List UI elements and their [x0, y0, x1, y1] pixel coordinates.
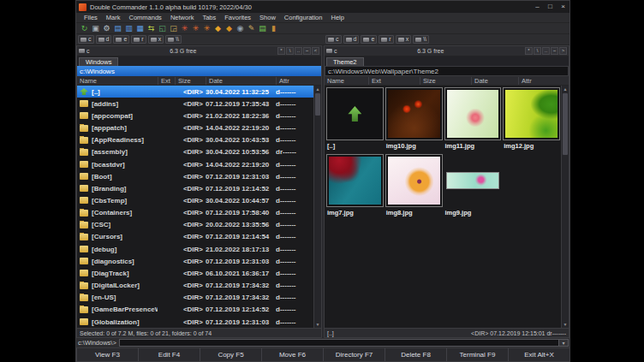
function-key-button[interactable]: Directory F7 — [323, 348, 385, 361]
pane-header-button[interactable]: .. — [542, 47, 550, 55]
toolbar-icon[interactable]: ✳ — [201, 23, 212, 33]
table-row[interactable]: [assembly] <DIR> 30.04.2022 10:53:56 dr-… — [77, 146, 313, 158]
thumbnail-item[interactable]: [..] — [326, 87, 384, 152]
maximize-button[interactable]: □ — [544, 2, 557, 12]
tab-windows[interactable]: Windows — [79, 57, 118, 66]
column-header-ext[interactable]: Ext — [368, 77, 420, 85]
column-header-size[interactable]: Size — [175, 77, 206, 85]
drive-button[interactable]: c — [78, 35, 94, 44]
toolbar-icon[interactable]: ✳ — [179, 23, 190, 33]
minimize-button[interactable]: – — [531, 2, 544, 12]
table-row[interactable]: [Boot] <DIR> 07.12.2019 12:31:03 d------… — [77, 170, 313, 182]
thumbnail-item[interactable]: img12.jpg — [503, 87, 560, 152]
thumbnail-item[interactable]: img10.jpg — [385, 87, 443, 152]
drive-button[interactable]: d — [96, 35, 112, 44]
thumbnail-cell[interactable] — [326, 154, 384, 207]
table-row[interactable]: [debug] <DIR> 21.02.2022 18:17:13 d-----… — [77, 243, 313, 255]
toolbar-icon[interactable]: ◉ — [235, 23, 246, 33]
pane-header-button[interactable]: < — [312, 47, 319, 55]
thumbnail-cell[interactable] — [503, 87, 560, 140]
table-row[interactable]: [Globalization] <DIR> 07.12.2019 12:31:0… — [77, 316, 313, 328]
toolbar-icon[interactable]: ◆ — [224, 23, 235, 33]
toolbar-icon[interactable]: ⚙ — [101, 23, 112, 33]
toolbar-icon[interactable]: ◆ — [212, 23, 224, 33]
table-row[interactable]: [AppReadiness] <DIR> 30.04.2022 10:43:53… — [77, 134, 313, 146]
table-row[interactable]: [apppatch] <DIR> 14.04.2022 22:19:20 d--… — [77, 122, 313, 134]
drive-button[interactable]: x — [148, 35, 164, 44]
left-path-bar[interactable]: c:\Windows — [77, 66, 321, 76]
toolbar-icon[interactable]: ✳ — [190, 23, 201, 33]
table-row[interactable]: [addins] <DIR> 07.12.2019 17:35:43 d----… — [77, 98, 313, 110]
scrollbar-thumb[interactable] — [563, 93, 568, 155]
table-row[interactable]: [appcompat] <DIR> 21.02.2022 18:22:36 d-… — [77, 110, 313, 122]
toolbar-icon[interactable]: ▣ — [90, 23, 101, 33]
pane-header-button[interactable]: \ — [286, 47, 294, 55]
toolbar-icon[interactable]: ▤ — [257, 23, 268, 33]
toolbar-icon[interactable]: ✎ — [246, 23, 257, 33]
thumbnail-item[interactable]: img11.jpg — [444, 87, 502, 152]
table-row[interactable]: [CbsTemp] <DIR> 30.04.2022 10:44:57 d---… — [77, 194, 313, 206]
column-header-date[interactable]: Date — [206, 77, 276, 85]
thumbnail-item[interactable]: img7.jpg — [326, 154, 384, 219]
thumbnail-item[interactable]: img9.jpg — [444, 154, 502, 219]
function-key-button[interactable]: Exit Alt+X — [508, 348, 569, 361]
menu-item[interactable]: Show — [255, 14, 280, 21]
function-key-button[interactable]: Terminal F9 — [446, 348, 508, 361]
table-row[interactable]: [en-US] <DIR> 07.12.2019 17:34:32 d-----… — [77, 292, 313, 304]
toolbar-icon[interactable]: ▤ — [112, 23, 123, 33]
thumbnail-cell[interactable] — [385, 87, 443, 140]
pane-header-button[interactable]: > — [559, 47, 567, 55]
left-scrollbar[interactable]: ▲ ▼ — [313, 86, 321, 328]
toolbar-icon[interactable]: ⇆ — [146, 23, 157, 33]
function-key-button[interactable]: Delete F8 — [385, 348, 446, 361]
menu-item[interactable]: Configuration — [280, 14, 327, 21]
command-history-dropdown-icon[interactable]: ▾ — [559, 339, 569, 347]
toolbar-icon[interactable]: ▥ — [123, 23, 134, 33]
pane-header-button[interactable]: ~ — [303, 47, 311, 55]
pane-header-button[interactable]: .. — [295, 47, 302, 55]
table-row[interactable]: [Cursors] <DIR> 07.12.2019 12:14:54 d---… — [77, 231, 313, 243]
table-row[interactable]: [..] <DIR> 30.04.2022 11:32:25 d------- — [77, 86, 313, 98]
function-key-button[interactable]: Edit F4 — [138, 348, 200, 361]
column-header-date[interactable]: Date — [471, 77, 518, 85]
table-row[interactable]: [DiagTrack] <DIR> 06.10.2021 16:36:17 d-… — [77, 267, 313, 279]
thumbnail-cell[interactable] — [444, 154, 502, 207]
right-path-bar[interactable]: c:\Windows\Web\Wallpaper\Theme2 — [325, 66, 569, 76]
drive-button[interactable]: e — [113, 35, 129, 44]
drive-button[interactable]: x — [396, 35, 412, 44]
toolbar-icon[interactable]: ↻ — [79, 23, 90, 33]
table-row[interactable]: [Branding] <DIR> 07.12.2019 12:14:52 d--… — [77, 182, 313, 194]
scrollbar-thumb[interactable] — [315, 93, 320, 116]
thumbnail-cell[interactable] — [444, 87, 502, 140]
column-header-attr[interactable]: Attr — [518, 77, 561, 85]
menu-item[interactable]: Commands — [125, 14, 166, 21]
column-header-ext[interactable]: Ext — [158, 77, 175, 85]
menu-item[interactable]: Help — [326, 14, 348, 21]
table-row[interactable]: [Containers] <DIR> 07.12.2019 17:58:40 d… — [77, 207, 313, 219]
scroll-down-icon[interactable]: ▼ — [314, 321, 321, 328]
toolbar-icon[interactable]: ▦ — [134, 23, 146, 33]
scroll-up-icon[interactable]: ▲ — [314, 86, 321, 92]
table-row[interactable]: [CSC] <DIR> 20.02.2022 13:35:56 d------- — [77, 219, 313, 231]
function-key-button[interactable]: Copy F5 — [200, 348, 261, 361]
thumbnail-cell[interactable] — [326, 87, 384, 140]
function-key-button[interactable]: Move F6 — [261, 348, 323, 361]
tab-theme2[interactable]: Theme2 — [326, 57, 364, 66]
toolbar-icon[interactable]: ▮ — [268, 23, 279, 33]
function-key-button[interactable]: View F3 — [76, 348, 138, 361]
drive-button[interactable]: \\ — [165, 35, 182, 44]
command-line-input[interactable] — [119, 339, 559, 347]
drive-button[interactable]: d — [343, 35, 360, 44]
column-header-attr[interactable]: Attr — [276, 77, 313, 85]
scroll-down-icon[interactable]: ▼ — [562, 321, 569, 328]
thumbnail-cell[interactable] — [385, 154, 443, 207]
table-row[interactable]: [diagnostics] <DIR> 07.12.2019 12:31:03 … — [77, 255, 313, 267]
table-row[interactable]: [bcastdvr] <DIR> 14.04.2022 22:19:20 d--… — [77, 158, 313, 170]
drive-button[interactable]: r — [379, 35, 393, 44]
pane-header-button[interactable]: ~ — [551, 47, 558, 55]
pane-header-button[interactable]: * — [277, 47, 285, 55]
table-row[interactable]: [DigitalLocker] <DIR> 07.12.2019 17:34:3… — [77, 280, 313, 292]
scroll-up-icon[interactable]: ▲ — [562, 86, 569, 92]
column-header-name[interactable]: Name — [325, 77, 368, 85]
column-header-name[interactable]: Name — [77, 77, 158, 85]
